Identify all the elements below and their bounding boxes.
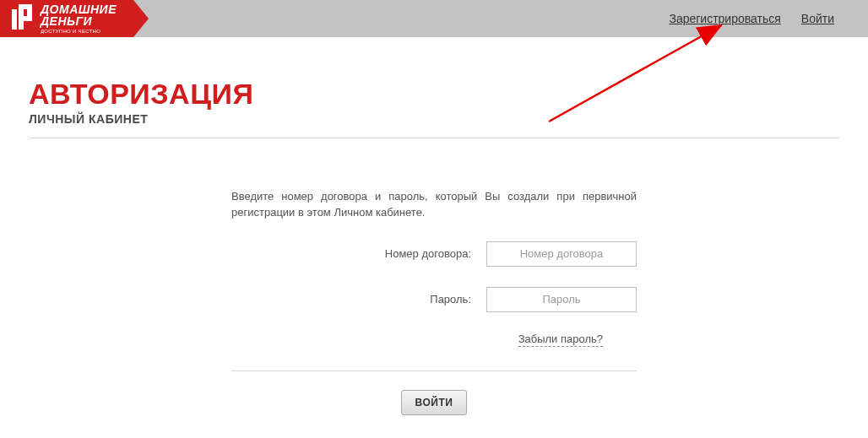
intro-text: Введите номер договора и пароль, который… (231, 189, 637, 221)
forgot-row: Забыли пароль? (231, 333, 637, 347)
contract-input[interactable] (486, 241, 637, 267)
header-bar: ДОМАШНИЕ ДЕНЬГИ ДОСТУПНО И ЧЕСТНО Зареги… (0, 0, 868, 37)
header-links: Зарегистрироваться Войти (669, 12, 834, 25)
logo-line1: ДОМАШНИЕ (41, 3, 117, 15)
forgot-password-link[interactable]: Забыли пароль? (518, 333, 603, 347)
page-subtitle: ЛИЧНЫЙ КАБИНЕТ (29, 112, 839, 126)
logo-line3: ДОСТУПНО И ЧЕСТНО (41, 29, 117, 34)
register-link[interactable]: Зарегистрироваться (669, 12, 780, 25)
logo-icon (12, 4, 34, 33)
form-divider (231, 370, 637, 371)
svg-rect-4 (19, 16, 32, 21)
logo-line2: ДЕНЬГИ (41, 15, 117, 27)
submit-row: ВОЙТИ (231, 390, 637, 415)
password-row: Пароль: (231, 287, 637, 312)
content: АВТОРИЗАЦИЯ ЛИЧНЫЙ КАБИНЕТ Введите номер… (0, 37, 868, 415)
contract-label: Номер договора: (385, 247, 471, 260)
page-title: АВТОРИЗАЦИЯ (29, 78, 839, 111)
login-link[interactable]: Войти (801, 12, 834, 25)
divider (29, 138, 839, 138)
svg-rect-0 (12, 9, 17, 30)
password-label: Пароль: (430, 293, 471, 306)
login-form: Введите номер договора и пароль, который… (231, 189, 637, 415)
logo-text: ДОМАШНИЕ ДЕНЬГИ ДОСТУПНО И ЧЕСТНО (41, 3, 117, 34)
password-input[interactable] (486, 287, 637, 312)
submit-button[interactable]: ВОЙТИ (401, 390, 468, 415)
logo[interactable]: ДОМАШНИЕ ДЕНЬГИ ДОСТУПНО И ЧЕСТНО (0, 0, 149, 37)
logo-arrow-icon (133, 0, 149, 37)
contract-row: Номер договора: (231, 241, 637, 267)
